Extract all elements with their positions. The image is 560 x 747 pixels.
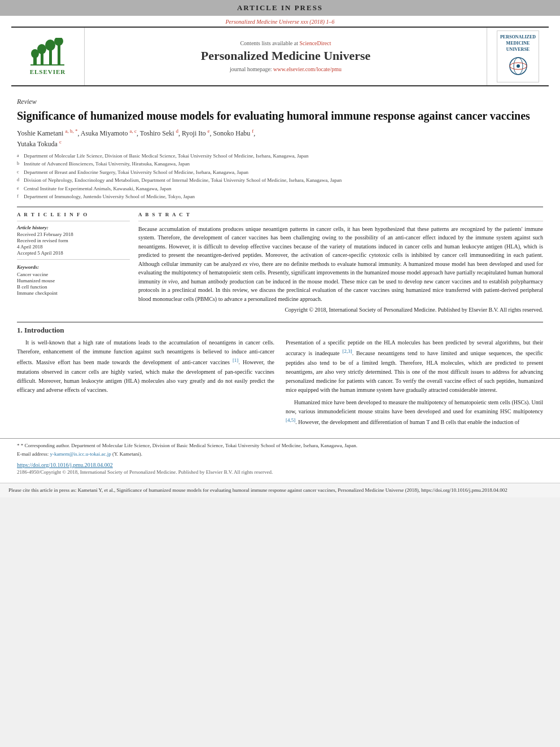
header-left: ELSEVIER xyxy=(11,28,85,85)
homepage-text: journal homepage: xyxy=(230,66,272,72)
pmu-logo-line1: PERSONALIZED xyxy=(500,34,536,40)
footnote-email: E-mail address: y-kamem@is.icc.u-tokai.a… xyxy=(17,451,543,458)
keyword-1: Cancer vaccine xyxy=(17,272,130,277)
intro-right-col: Presentation of a specific peptide on th… xyxy=(286,338,543,427)
affil-b: b Institute of Advanced Biosciences, Tok… xyxy=(17,160,543,168)
email-suffix: (Y. Kametani). xyxy=(112,451,142,457)
affil-d-text: Division of Nephrology, Endocrinology an… xyxy=(24,177,342,185)
footnote-star: * xyxy=(17,443,21,448)
article-in-press-banner: ARTICLE IN PRESS xyxy=(0,0,560,16)
authors: Yoshie Kametani a, b, *, Asuka Miyamoto … xyxy=(17,128,543,149)
page: ARTICLE IN PRESS Personalized Medicine U… xyxy=(0,0,560,497)
header-right: PERSONALIZED MEDICINE UNIVERSE xyxy=(487,28,549,85)
section-name: Introduction xyxy=(24,326,64,334)
affil-e: e Central Institute for Experimental Ani… xyxy=(17,185,543,193)
email-label: E-mail address: xyxy=(17,451,49,457)
banner-text: ARTICLE IN PRESS xyxy=(237,3,323,12)
contents-text: Contents lists available at xyxy=(240,40,298,46)
affil-b-text: Institute of Advanced Biosciences, Tokai… xyxy=(24,160,190,168)
article-info-col: A R T I C L E I N F O Article history: R… xyxy=(17,212,130,314)
divider3 xyxy=(138,221,543,221)
revised-label: Received in revised form xyxy=(17,238,130,243)
keyword-2: Humanized mouse xyxy=(17,278,130,283)
affil-f: f Department of Immunology, Juntendo Uni… xyxy=(17,193,543,201)
elsevier-label: ELSEVIER xyxy=(30,68,66,75)
footnote-corresponding: * * Corresponding author. Department of … xyxy=(17,442,543,450)
article-info-header: A R T I C L E I N F O xyxy=(17,212,130,217)
contents-line: Contents lists available at ScienceDirec… xyxy=(240,40,331,46)
section-number: 1. xyxy=(17,326,24,334)
affil-a-text: Department of Molecular Life Science, Di… xyxy=(24,152,309,160)
journal-info-line: Personalized Medicine Universe xxx (2018… xyxy=(0,16,560,27)
affil-c: c Department of Breast and Endocrine Sur… xyxy=(17,169,543,177)
svg-rect-8 xyxy=(30,64,64,65)
journal-title: Personalized Medicine Universe xyxy=(201,49,371,63)
accepted-date: Accepted 5 April 2018 xyxy=(17,250,130,256)
svg-point-3 xyxy=(37,44,46,54)
affil-d: d Division of Nephrology, Endocrinology … xyxy=(17,177,543,185)
intro-two-col: It is well-known that a high rate of mut… xyxy=(17,338,543,427)
section-title-intro: 1. Introduction xyxy=(17,326,543,335)
intro-para2: Presentation of a specific peptide on th… xyxy=(286,338,543,394)
divider2 xyxy=(17,259,130,260)
copyright-text: Copyright © 2018, International Society … xyxy=(138,305,543,314)
article-title: Significance of humanized mouse models f… xyxy=(17,108,543,123)
affiliations: a Department of Molecular Life Science, … xyxy=(17,152,543,201)
keyword-4: Immune checkpoint xyxy=(17,290,130,296)
affil-c-text: Department of Breast and Endocrine Surge… xyxy=(24,169,248,177)
review-label: Review xyxy=(17,98,543,106)
divider1 xyxy=(17,221,130,221)
svg-point-7 xyxy=(54,38,63,46)
pmu-logo-line3: UNIVERSE xyxy=(500,46,536,53)
email-address[interactable]: y-kamem@is.icc.u-tokai.ac.jp xyxy=(50,451,111,457)
issn-text: 2186-4950/Copyright © 2018, Internationa… xyxy=(17,469,543,475)
homepage-line: journal homepage: www.elsevier.com/locat… xyxy=(230,66,342,72)
affil-e-text: Central Institute for Experimental Anima… xyxy=(24,185,171,193)
pmu-logo: PERSONALIZED MEDICINE UNIVERSE xyxy=(497,30,539,82)
svg-rect-6 xyxy=(58,42,60,65)
affil-a: a Department of Molecular Life Science, … xyxy=(17,152,543,160)
abstract-text: Because accumulation of mutations produc… xyxy=(138,225,543,304)
pmu-logo-line2: MEDICINE xyxy=(500,40,536,46)
keywords-label: Keywords: xyxy=(17,264,130,270)
doi-section: https://doi.org/10.1016/j.pmu.2018.04.00… xyxy=(0,460,560,477)
received-date: Received 23 February 2018 xyxy=(17,231,130,237)
pmu-logo-icon xyxy=(504,55,532,77)
abstract-header: A B S T R A C T xyxy=(138,212,543,217)
keyword-3: B cell function xyxy=(17,284,130,290)
intro-para3: Humanized mice have been developed to me… xyxy=(286,398,543,427)
abstract-col: A B S T R A C T Because accumulation of … xyxy=(138,212,543,314)
footnote-corresponding-text: Department of Molecular Life Science, Di… xyxy=(71,443,357,448)
affil-f-text: Department of Immunology, Juntendo Unive… xyxy=(24,193,195,201)
citation-text: Please cite this article in press as: Ka… xyxy=(8,487,552,495)
doi-link[interactable]: https://doi.org/10.1016/j.pmu.2018.04.00… xyxy=(17,462,543,468)
svg-point-12 xyxy=(517,64,520,68)
two-col-section: A R T I C L E I N F O Article history: R… xyxy=(17,207,543,314)
header-center: Contents lists available at ScienceDirec… xyxy=(85,28,487,85)
revised-date: 4 April 2018 xyxy=(17,244,130,250)
intro-left-col: It is well-known that a high rate of mut… xyxy=(17,338,274,427)
elsevier-tree-icon xyxy=(30,38,64,66)
intro-para1: It is well-known that a high rate of mut… xyxy=(17,338,274,394)
header-area: ELSEVIER Contents lists available at Sci… xyxy=(11,27,549,86)
svg-point-5 xyxy=(45,40,55,51)
footnote-corresponding-label: * Corresponding author. xyxy=(21,443,70,448)
homepage-link[interactable]: www.elsevier.com/locate/pmu xyxy=(273,66,342,72)
footnotes-area: * * Corresponding author. Department of … xyxy=(0,438,560,458)
history-label: Article history: xyxy=(17,225,130,230)
citation-bar: Please cite this article in press as: Ka… xyxy=(0,483,560,498)
introduction-section: 1. Introduction It is well-known that a … xyxy=(17,322,543,427)
journal-info-text: Personalized Medicine Universe xxx (2018… xyxy=(226,19,335,25)
main-content: Review Significance of humanized mouse m… xyxy=(0,86,560,433)
elsevier-logo: ELSEVIER xyxy=(30,38,66,75)
sciencedirect-link[interactable]: ScienceDirect xyxy=(299,40,331,46)
